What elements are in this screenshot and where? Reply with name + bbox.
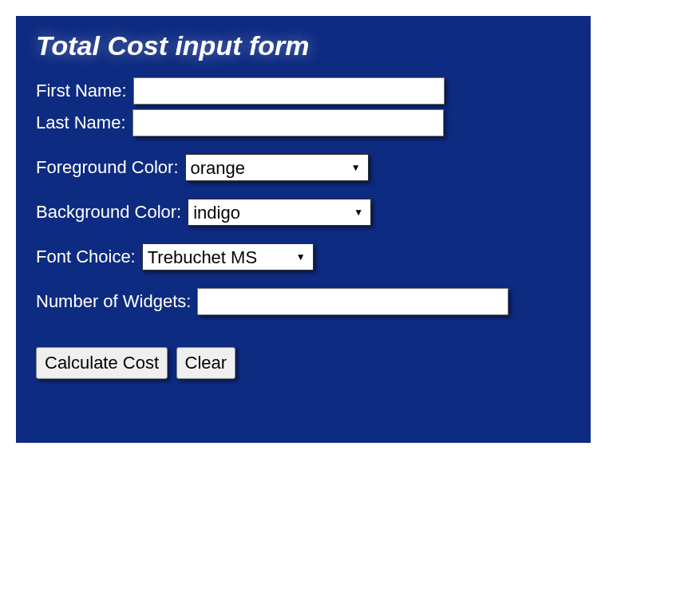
calculate-button[interactable]: Calculate Cost	[36, 347, 168, 379]
fg-color-select[interactable]: orange	[185, 154, 369, 181]
clear-button[interactable]: Clear	[176, 347, 236, 379]
first-name-label: First Name:	[36, 81, 127, 101]
last-name-label: Last Name:	[36, 113, 126, 133]
last-name-input[interactable]	[132, 109, 444, 136]
font-select[interactable]: Trebuchet MS	[142, 243, 314, 270]
bg-color-row: Background Color: indigo	[36, 199, 571, 226]
fg-color-label: Foreground Color:	[36, 157, 179, 178]
widgets-input[interactable]	[197, 288, 508, 315]
total-cost-form-panel: Total Cost input form First Name: Last N…	[16, 16, 591, 443]
bg-color-label: Background Color:	[36, 202, 181, 223]
fg-color-row: Foreground Color: orange	[36, 154, 571, 181]
first-name-row: First Name:	[36, 77, 571, 105]
last-name-row: Last Name:	[36, 109, 571, 136]
button-row: Calculate Cost Clear	[36, 347, 571, 379]
widgets-row: Number of Widgets:	[36, 288, 571, 315]
first-name-input[interactable]	[133, 77, 445, 105]
widgets-label: Number of Widgets:	[36, 291, 191, 312]
page-title: Total Cost input form	[36, 30, 571, 61]
font-label: Font Choice:	[36, 247, 136, 267]
font-row: Font Choice: Trebuchet MS	[36, 243, 571, 270]
bg-color-select[interactable]: indigo	[188, 199, 371, 226]
